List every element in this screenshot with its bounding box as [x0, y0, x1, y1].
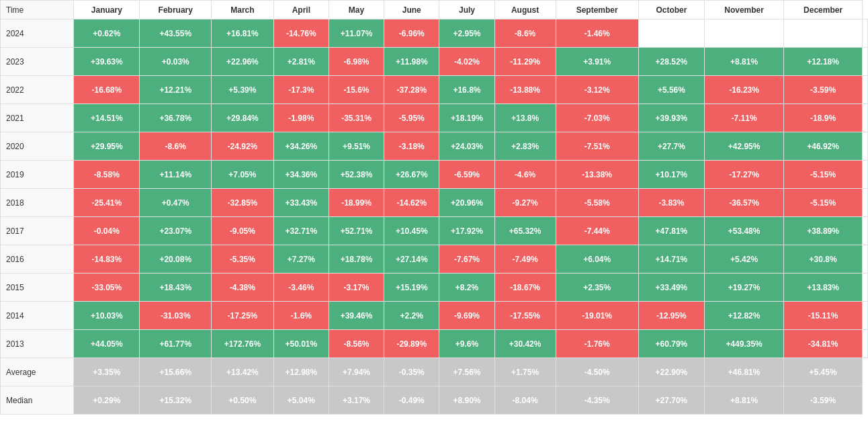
value-cell: -3.59%: [784, 76, 863, 104]
value-cell: -15.6%: [329, 76, 384, 104]
value-cell: -7.11%: [705, 104, 784, 132]
year-cell: 2020: [1, 132, 74, 161]
value-cell: +39.46%: [329, 302, 384, 330]
value-cell: -9.05%: [212, 217, 274, 245]
value-cell: -35.31%: [329, 104, 384, 132]
value-cell: +2.35%: [556, 273, 638, 302]
value-cell: [863, 48, 868, 76]
value-cell: -19.01%: [556, 302, 638, 330]
value-cell: +39.63%: [74, 48, 140, 76]
value-cell: +20.08%: [140, 245, 212, 273]
value-cell: -15.11%: [784, 302, 863, 330]
value-cell: [863, 302, 868, 330]
table-row: 2022-16.68%+12.21%+5.39%-17.3%-15.6%-37.…: [1, 76, 868, 104]
value-cell: [863, 161, 868, 189]
value-cell: -5.15%: [784, 161, 863, 189]
value-cell: -6.98%: [329, 48, 384, 76]
value-cell: +2.83%: [494, 132, 556, 161]
value-cell: -8.6%: [140, 132, 212, 161]
value-cell: [863, 217, 868, 245]
median-cell: +0.50%: [212, 386, 274, 415]
value-cell: -9.69%: [439, 302, 494, 330]
value-cell: +15.19%: [384, 273, 439, 302]
value-cell: -3.12%: [556, 76, 638, 104]
median-cell: -0.49%: [384, 386, 439, 415]
value-cell: +2.95%: [439, 19, 494, 48]
value-cell: +0.03%: [140, 48, 212, 76]
value-cell: -8.58%: [74, 161, 140, 189]
value-cell: [863, 189, 868, 217]
value-cell: -1.98%: [273, 104, 329, 132]
value-cell: +32.71%: [273, 217, 329, 245]
value-cell: +50.01%: [273, 330, 329, 358]
year-cell: 2021: [1, 104, 74, 132]
average-cell: +22.90%: [638, 358, 704, 386]
value-cell: +23.07%: [140, 217, 212, 245]
value-cell: -12.95%: [638, 302, 704, 330]
value-cell: -7.44%: [556, 217, 638, 245]
value-cell: [784, 19, 863, 48]
value-cell: -31.03%: [140, 302, 212, 330]
value-cell: -1.6%: [273, 302, 329, 330]
average-cell: +5.45%: [784, 358, 863, 386]
average-cell: +13.42%: [212, 358, 274, 386]
value-cell: +42.95%: [705, 132, 784, 161]
table-row: 2015-33.05%+18.43%-4.38%-3.46%-3.17%+15.…: [1, 273, 868, 302]
table-row: 2021+14.51%+36.78%+29.84%-1.98%-35.31%-5…: [1, 104, 868, 132]
value-cell: +27.7%: [638, 132, 704, 161]
value-cell: -16.68%: [74, 76, 140, 104]
value-cell: +10.17%: [638, 161, 704, 189]
value-cell: -5.15%: [784, 189, 863, 217]
value-cell: +18.19%: [439, 104, 494, 132]
average-row: Average+3.35%+15.66%+13.42%+12.98%+7.94%…: [1, 358, 868, 386]
main-table-container[interactable]: TimeJanuaryFebruaryMarchAprilMayJuneJuly…: [0, 0, 868, 422]
value-cell: +20.96%: [439, 189, 494, 217]
value-cell: [638, 19, 704, 48]
median-cell: +3.17%: [329, 386, 384, 415]
table-row: 2019-8.58%+11.14%+7.05%+34.36%+52.38%+26…: [1, 161, 868, 189]
value-cell: +29.95%: [74, 132, 140, 161]
value-cell: +60.79%: [638, 330, 704, 358]
average-cell: -0.35%: [384, 358, 439, 386]
value-cell: -11.29%: [494, 48, 556, 76]
table-row: 2020+29.95%-8.6%-24.92%+34.26%+9.51%-3.1…: [1, 132, 868, 161]
value-cell: +8.81%: [705, 48, 784, 76]
value-cell: -6.59%: [439, 161, 494, 189]
value-cell: -3.18%: [384, 132, 439, 161]
value-cell: [863, 330, 868, 358]
value-cell: +28.52%: [638, 48, 704, 76]
value-cell: -13.88%: [494, 76, 556, 104]
average-cell: +1.75%: [494, 358, 556, 386]
value-cell: +9.6%: [439, 330, 494, 358]
value-cell: [863, 132, 868, 161]
value-cell: +2.2%: [384, 302, 439, 330]
value-cell: +9.51%: [329, 132, 384, 161]
table-row: 2013+44.05%+61.77%+172.76%+50.01%-8.56%-…: [1, 330, 868, 358]
value-cell: -7.03%: [556, 104, 638, 132]
year-cell: 2014: [1, 302, 74, 330]
value-cell: +172.76%: [212, 330, 274, 358]
year-cell: 2013: [1, 330, 74, 358]
table-row: 2018-25.41%+0.47%-32.85%+33.43%-18.99%-1…: [1, 189, 868, 217]
value-cell: +22.96%: [212, 48, 274, 76]
month-header-march: March: [212, 1, 274, 19]
median-cell: -4.35%: [556, 386, 638, 415]
median-cell: +27.70%: [638, 386, 704, 415]
value-cell: +46.92%: [784, 132, 863, 161]
value-cell: +52.38%: [329, 161, 384, 189]
value-cell: +27.14%: [384, 245, 439, 273]
value-cell: +33.43%: [273, 189, 329, 217]
average-cell: +12.98%: [273, 358, 329, 386]
value-cell: -33.05%: [74, 273, 140, 302]
year-cell: 2017: [1, 217, 74, 245]
month-header-july: July: [439, 1, 494, 19]
value-cell: -4.38%: [212, 273, 274, 302]
median-cell: +15.32%: [140, 386, 212, 415]
value-cell: +3.91%: [556, 48, 638, 76]
value-cell: +10.45%: [384, 217, 439, 245]
value-cell: +30.42%: [494, 330, 556, 358]
value-cell: -3.17%: [329, 273, 384, 302]
value-cell: +7.05%: [212, 161, 274, 189]
value-cell: +61.77%: [140, 330, 212, 358]
year-cell: 2024: [1, 19, 74, 48]
